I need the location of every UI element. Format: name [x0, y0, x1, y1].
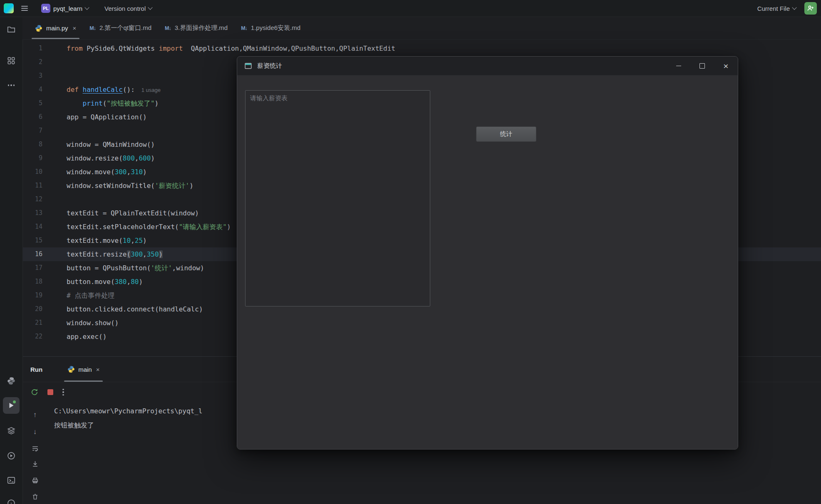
qt-window-controls: × — [667, 57, 738, 75]
project-folder-icon[interactable] — [3, 21, 20, 38]
terminal-icon[interactable] — [3, 472, 20, 489]
code-text: button.move(380,80) — [67, 275, 143, 289]
line-number[interactable]: 22 — [22, 330, 42, 343]
code-text: app.exec() — [67, 330, 107, 343]
help-icon[interactable] — [3, 495, 20, 504]
code-line-1[interactable]: 1from PySide6.QtWidgets import QApplicat… — [22, 42, 821, 55]
pycharm-logo-icon — [4, 3, 14, 13]
chevron-down-icon — [148, 5, 153, 10]
code-with-me-icon[interactable] — [804, 2, 817, 15]
qt-window-body: 请输入薪资表 统计 — [237, 75, 738, 449]
line-number[interactable]: 21 — [22, 316, 42, 330]
line-number[interactable]: 19 — [22, 289, 42, 302]
run-tab-label: main — [78, 366, 92, 373]
more-tool-windows-icon[interactable] — [3, 77, 20, 94]
line-number[interactable]: 20 — [22, 302, 42, 316]
line-number[interactable]: 12 — [22, 193, 42, 206]
title-bar: PL pyqt_learn Version control Current Fi… — [0, 0, 821, 17]
code-text: textEdit.move(10,25) — [67, 234, 147, 247]
line-number[interactable]: 2 — [22, 55, 42, 69]
markdown-icon: M↓ — [89, 25, 96, 31]
code-text: app = QApplication() — [67, 110, 147, 124]
qt-window-titlebar[interactable]: 薪资统计 × — [237, 57, 738, 75]
run-tab-main[interactable]: main × — [62, 357, 104, 382]
clear-console-button[interactable] — [30, 492, 40, 502]
line-number[interactable]: 9 — [22, 151, 42, 165]
code-text: def handleCalc():1 usage — [67, 83, 161, 97]
qt-window-title: 薪资统计 — [257, 62, 282, 70]
down-stack-trace-button[interactable]: ↓ — [30, 427, 40, 437]
code-text: window.resize(800,600) — [67, 151, 155, 165]
code-text: button.clicked.connect(handleCalc) — [67, 302, 203, 316]
editor-tab-3-md[interactable]: M↓3.界面操作处理.md — [158, 17, 234, 39]
line-number[interactable]: 10 — [22, 165, 42, 179]
code-text: window.move(300,310) — [67, 165, 147, 179]
print-button[interactable] — [30, 475, 40, 485]
minimize-button[interactable] — [667, 57, 690, 75]
more-options-button[interactable] — [62, 389, 64, 396]
markdown-icon: M↓ — [241, 25, 247, 31]
scroll-to-end-button[interactable] — [30, 459, 40, 469]
tab-label: 1.pyside6安装.md — [251, 24, 300, 32]
line-number[interactable]: 8 — [22, 138, 42, 151]
version-control-label: Version control — [104, 5, 146, 12]
line-number[interactable]: 1 — [22, 42, 42, 55]
markdown-icon: M↓ — [165, 25, 171, 31]
line-number[interactable]: 6 — [22, 110, 42, 124]
close-icon[interactable]: × — [96, 366, 100, 373]
code-text: print("按钮被触发了") — [67, 96, 159, 110]
line-number[interactable]: 13 — [22, 206, 42, 220]
salary-text-edit[interactable]: 请输入薪资表 — [245, 90, 430, 306]
editor-tab-2-qt-md[interactable]: M↓2.第一个qt窗口.md — [83, 17, 158, 39]
python-icon — [67, 366, 75, 373]
code-text: # 点击事件处理 — [67, 289, 114, 302]
soft-wrap-button[interactable] — [30, 443, 40, 453]
stats-button[interactable]: 统计 — [476, 126, 536, 142]
line-number[interactable]: 7 — [22, 124, 42, 138]
version-control-menu[interactable]: Version control — [102, 2, 154, 14]
line-number[interactable]: 11 — [22, 179, 42, 193]
qt-app-window: 薪资统计 × 请输入薪资表 统计 — [237, 56, 738, 450]
up-stack-trace-button[interactable]: ↑ — [30, 410, 40, 420]
services-icon[interactable] — [3, 447, 20, 464]
close-button[interactable]: × — [714, 57, 738, 75]
python-console-icon[interactable] — [3, 373, 20, 389]
tab-label: main.py — [46, 25, 68, 32]
tab-label: 2.第一个qt窗口.md — [99, 24, 151, 32]
line-number[interactable]: 14 — [22, 220, 42, 234]
code-text: textEdit.setPlaceholderText("请输入薪资表") — [67, 220, 231, 234]
line-number[interactable]: 4 — [22, 83, 42, 96]
editor-tab-1-pyside6-md[interactable]: M↓1.pyside6安装.md — [234, 17, 307, 39]
console-gutter: ↑ ↓ — [22, 402, 47, 504]
editor-tab-main-py[interactable]: main.py× — [28, 17, 83, 39]
code-text: window.setWindowTitle('薪资统计') — [67, 179, 193, 193]
python-icon — [35, 25, 42, 32]
running-indicator — [13, 400, 16, 403]
code-text: button = QPushButton('统计',window) — [67, 261, 204, 275]
current-file-label: Current File — [757, 5, 790, 12]
rerun-button[interactable] — [31, 388, 38, 396]
python-packages-icon[interactable] — [3, 422, 20, 439]
chevron-down-icon — [792, 5, 796, 10]
activity-bar — [0, 17, 23, 504]
line-number[interactable]: 17 — [22, 261, 42, 275]
stop-button[interactable] — [47, 389, 53, 395]
run-tool-window-icon[interactable] — [3, 397, 20, 414]
pycharm-window: PL pyqt_learn Version control Current Fi… — [0, 0, 821, 504]
close-icon[interactable]: × — [73, 25, 77, 32]
line-number[interactable]: 3 — [22, 69, 42, 83]
code-text: window = QMainWindow() — [67, 138, 155, 151]
structure-icon[interactable] — [3, 52, 20, 69]
project-badge: PL — [41, 4, 50, 13]
code-text: textEdit = QPlainTextEdit(window) — [67, 206, 199, 220]
line-number[interactable]: 5 — [22, 96, 42, 110]
line-number[interactable]: 16 — [22, 247, 42, 261]
run-config-selector[interactable]: Current File — [755, 2, 799, 14]
project-selector[interactable]: PL pyqt_learn — [39, 2, 91, 14]
line-number[interactable]: 18 — [22, 275, 42, 289]
app-window-icon — [244, 62, 252, 70]
line-number[interactable]: 15 — [22, 234, 42, 247]
project-name: pyqt_learn — [53, 5, 82, 12]
main-menu-icon[interactable] — [21, 6, 28, 11]
maximize-button[interactable] — [690, 57, 714, 75]
